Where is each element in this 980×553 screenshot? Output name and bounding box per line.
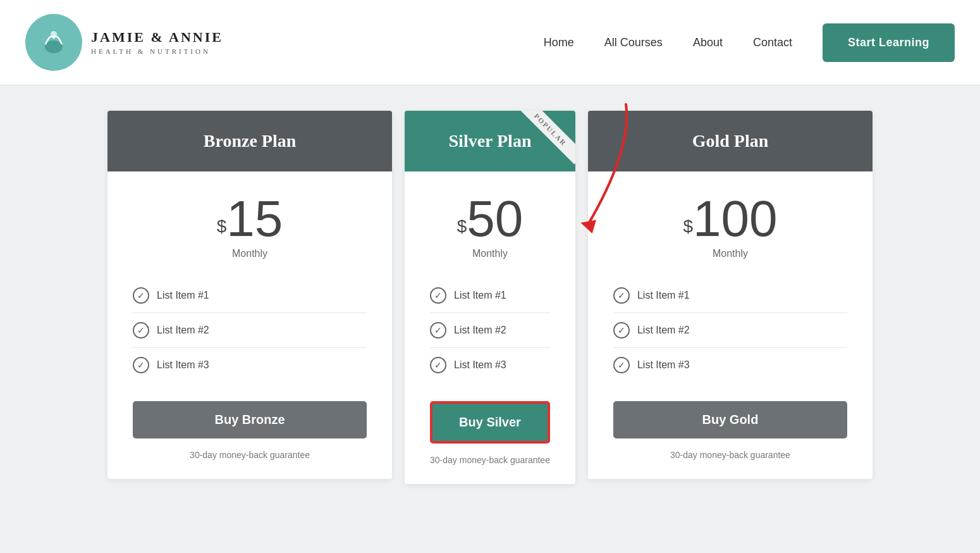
silver-plan-body: $50 Monthly ✓ List Item #1 ✓ List Item #… [405, 171, 575, 484]
logo-brand: JAMIE & ANNIE [91, 30, 223, 45]
logo-tagline: HEALTH & NUTRITION [91, 47, 223, 55]
list-item: ✓ List Item #2 [133, 313, 367, 348]
silver-price-period: Monthly [430, 248, 550, 259]
gold-price-area: $100 Monthly [613, 194, 847, 259]
list-item: ✓ List Item #2 [430, 313, 550, 348]
main-nav: Home All Courses About Contact Start Lea… [544, 23, 955, 62]
bronze-plan-body: $15 Monthly ✓ List Item #1 ✓ List Item #… [107, 171, 392, 479]
silver-price-amount: 50 [467, 190, 523, 247]
bronze-plan-card: Bronze Plan $15 Monthly ✓ List Item #1 ✓… [107, 111, 392, 479]
main-content: Bronze Plan $15 Monthly ✓ List Item #1 ✓… [0, 92, 980, 503]
gold-feature-3: List Item #3 [637, 359, 690, 371]
bronze-plan-title: Bronze Plan [120, 131, 379, 151]
check-icon: ✓ [613, 322, 630, 339]
logo: JAMIE & ANNIE HEALTH & NUTRITION [25, 14, 223, 71]
start-learning-button[interactable]: Start Learning [823, 23, 955, 62]
nav-about[interactable]: About [693, 36, 723, 49]
bronze-feature-1: List Item #1 [157, 290, 209, 301]
nav-all-courses[interactable]: All Courses [604, 36, 663, 49]
check-icon: ✓ [430, 322, 446, 339]
silver-guarantee: 30-day money-back guarantee [430, 455, 550, 465]
bronze-feature-2: List Item #2 [157, 325, 209, 336]
silver-currency-symbol: $ [457, 216, 467, 236]
check-icon: ✓ [613, 287, 630, 304]
silver-plan-card: POPULAR Silver Plan $50 Monthly ✓ List I… [405, 111, 575, 484]
list-item: ✓ List Item #3 [430, 348, 550, 382]
silver-feature-2: List Item #2 [454, 325, 506, 336]
svg-point-2 [51, 31, 57, 37]
bronze-currency-symbol: $ [217, 216, 227, 236]
gold-plan-card: Gold Plan $100 Monthly ✓ List Item #1 ✓ … [588, 111, 873, 479]
popular-badge-area: POPULAR [512, 111, 575, 174]
nav-home[interactable]: Home [544, 36, 574, 49]
buy-gold-button[interactable]: Buy Gold [613, 401, 847, 438]
header: JAMIE & ANNIE HEALTH & NUTRITION Home Al… [0, 0, 980, 85]
gold-price-amount: 100 [693, 190, 777, 247]
bronze-plan-header: Bronze Plan [107, 111, 392, 171]
gold-feature-2: List Item #2 [637, 325, 690, 336]
check-icon: ✓ [613, 357, 630, 373]
buy-bronze-button[interactable]: Buy Bronze [133, 401, 367, 438]
svg-point-1 [45, 40, 63, 53]
gold-currency-symbol: $ [683, 216, 693, 236]
list-item: ✓ List Item #2 [613, 313, 847, 348]
silver-feature-3: List Item #3 [454, 359, 506, 371]
bronze-price-amount: 15 [226, 190, 283, 247]
bronze-feature-3: List Item #3 [157, 359, 209, 371]
logo-icon [25, 14, 82, 71]
list-item: ✓ List Item #1 [613, 278, 847, 313]
list-item: ✓ List Item #3 [613, 348, 847, 382]
gold-plan-title: Gold Plan [601, 131, 860, 151]
silver-price-area: $50 Monthly [430, 194, 550, 259]
list-item: ✓ List Item #3 [133, 348, 367, 382]
gold-features-list: ✓ List Item #1 ✓ List Item #2 ✓ List Ite… [613, 278, 847, 382]
bronze-price-area: $15 Monthly [133, 194, 367, 259]
silver-plan-wrapper: POPULAR Silver Plan $50 Monthly ✓ List I… [398, 111, 582, 484]
buy-silver-button[interactable]: Buy Silver [430, 401, 550, 444]
bronze-price-period: Monthly [133, 248, 367, 259]
nav-contact[interactable]: Contact [753, 36, 792, 49]
list-item: ✓ List Item #1 [133, 278, 367, 313]
silver-feature-1: List Item #1 [454, 290, 506, 301]
list-item: ✓ List Item #1 [430, 278, 550, 313]
check-icon: ✓ [430, 287, 446, 304]
check-icon: ✓ [133, 357, 149, 373]
gold-price-period: Monthly [613, 248, 847, 259]
check-icon: ✓ [133, 287, 149, 304]
popular-badge: POPULAR [516, 111, 575, 165]
gold-guarantee: 30-day money-back guarantee [613, 450, 847, 460]
gold-plan-body: $100 Monthly ✓ List Item #1 ✓ List Item … [588, 171, 873, 479]
check-icon: ✓ [133, 322, 149, 339]
logo-text: JAMIE & ANNIE HEALTH & NUTRITION [91, 30, 223, 54]
silver-features-list: ✓ List Item #1 ✓ List Item #2 ✓ List Ite… [430, 278, 550, 382]
bronze-guarantee: 30-day money-back guarantee [133, 450, 367, 460]
bronze-features-list: ✓ List Item #1 ✓ List Item #2 ✓ List Ite… [133, 278, 367, 382]
gold-feature-1: List Item #1 [637, 290, 690, 301]
pricing-cards: Bronze Plan $15 Monthly ✓ List Item #1 ✓… [47, 111, 933, 484]
check-icon: ✓ [430, 357, 446, 373]
gold-plan-header: Gold Plan [588, 111, 873, 171]
